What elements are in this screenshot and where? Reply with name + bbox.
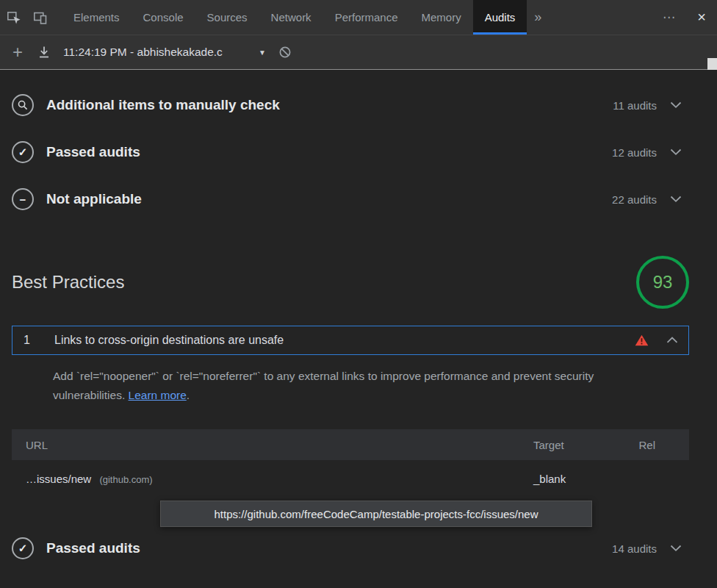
learn-more-link[interactable]: Learn more: [129, 389, 187, 401]
clear-reports-icon[interactable]: [272, 45, 298, 60]
tab-console[interactable]: Console: [131, 0, 195, 35]
scrollbar-thumb[interactable]: [707, 58, 717, 70]
panel-tabs: Elements Console Sources Network Perform…: [62, 0, 527, 35]
check-icon: ✓: [12, 141, 34, 163]
score-value: 93: [653, 272, 673, 293]
category-title: Best Practices: [12, 272, 124, 293]
url-host: (github.com): [99, 474, 152, 485]
column-header-target: Target: [527, 439, 616, 451]
score-gauge: 93: [636, 256, 689, 309]
new-audit-icon[interactable]: +: [4, 42, 31, 62]
chevron-up-icon[interactable]: [666, 337, 678, 344]
column-header-url: URL: [12, 439, 527, 451]
audits-report: Additional items to manually check 11 au…: [0, 70, 717, 587]
section-title: Passed audits: [46, 144, 612, 160]
section-passed-audits-bottom[interactable]: ✓ Passed audits 14 audits: [12, 525, 689, 572]
section-count: 14 audits: [612, 542, 657, 555]
category-header: Best Practices 93: [12, 249, 689, 315]
audit-item-expanded[interactable]: 1 Links to cross-origin destinations are…: [12, 326, 689, 355]
dropdown-arrow-icon: ▼: [259, 49, 266, 57]
more-options-icon[interactable]: ⋯: [654, 0, 686, 35]
more-tabs-icon[interactable]: »: [527, 0, 549, 35]
section-passed-audits[interactable]: ✓ Passed audits 12 audits: [12, 129, 689, 176]
section-manual-checks[interactable]: Additional items to manually check 11 au…: [12, 82, 689, 129]
section-not-applicable[interactable]: − Not applicable 22 audits: [12, 176, 689, 223]
section-title: Additional items to manually check: [46, 97, 613, 113]
audit-index: 1: [24, 334, 54, 347]
tab-audits[interactable]: Audits: [473, 0, 527, 35]
table-header-row: URL Target Rel: [12, 429, 689, 460]
chevron-down-icon[interactable]: [670, 101, 682, 109]
minus-circle-icon: −: [12, 188, 34, 210]
device-toolbar-icon[interactable]: [26, 0, 53, 35]
chevron-down-icon[interactable]: [670, 545, 682, 552]
tab-elements[interactable]: Elements: [62, 0, 131, 35]
column-header-rel: Rel: [616, 439, 689, 451]
warning-icon: [635, 334, 649, 346]
audit-description: Add `rel="noopener"` or `rel="noreferrer…: [53, 367, 663, 404]
report-selector-value: 11:24:19 PM - abhishekakade.c: [63, 46, 223, 59]
section-title: Not applicable: [46, 191, 612, 207]
audit-details-table: URL Target Rel …issues/new (github.com) …: [12, 429, 689, 497]
url-tooltip: https://github.com/freeCodeCamp/testable…: [160, 501, 592, 527]
audits-toolbar: + 11:24:19 PM - abhishekakade.c ▼: [0, 35, 717, 70]
tab-sources[interactable]: Sources: [195, 0, 259, 35]
section-count: 12 audits: [612, 146, 657, 159]
inspect-element-icon[interactable]: [0, 0, 26, 35]
check-icon: ✓: [12, 537, 34, 559]
section-count: 11 audits: [613, 99, 657, 112]
close-devtools-icon[interactable]: ×: [686, 0, 717, 35]
audit-title: Links to cross-origin destinations are u…: [54, 334, 635, 347]
target-value: _blank: [527, 473, 616, 485]
table-row[interactable]: …issues/new (github.com) _blank: [12, 460, 689, 497]
tabbar-spacer: [549, 0, 654, 35]
url-value[interactable]: …issues/new: [26, 473, 91, 485]
section-title: Passed audits: [46, 540, 612, 556]
tab-network[interactable]: Network: [259, 0, 323, 35]
audit-description-suffix: .: [187, 389, 190, 401]
report-selector[interactable]: 11:24:19 PM - abhishekakade.c ▼: [63, 46, 266, 59]
magnifier-icon: [12, 94, 34, 116]
tab-performance[interactable]: Performance: [323, 0, 410, 35]
section-count: 22 audits: [612, 193, 657, 206]
devtools-tabbar: Elements Console Sources Network Perform…: [0, 0, 717, 35]
chevron-down-icon[interactable]: [670, 196, 682, 203]
tab-memory[interactable]: Memory: [410, 0, 473, 35]
download-report-icon[interactable]: [31, 45, 57, 60]
chevron-down-icon[interactable]: [670, 148, 682, 156]
